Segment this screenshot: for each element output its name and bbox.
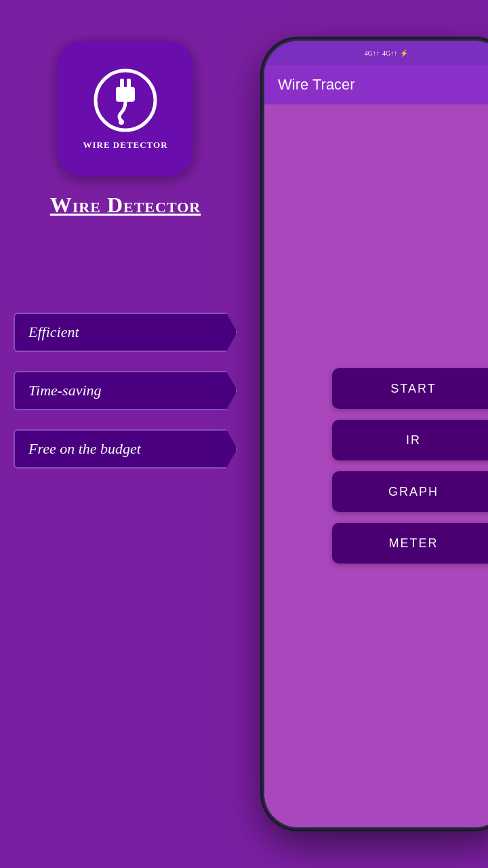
feature-badges-container: Efficient Time-saving Free on the budget <box>0 313 251 469</box>
app-icon-label: Wire Detector <box>83 140 167 151</box>
graph-button[interactable]: GRAPH <box>332 471 488 512</box>
phone-screen: Wire Tracer START IR GRAPH METER <box>264 65 488 827</box>
app-title: Wire Detector <box>50 193 201 218</box>
svg-rect-1 <box>116 87 135 102</box>
svg-rect-3 <box>127 79 131 88</box>
usb-icon: ⚡ <box>400 50 408 57</box>
signal-1: 4G↑↑ <box>365 50 380 57</box>
svg-point-4 <box>119 119 124 125</box>
feature-badge-efficient: Efficient <box>14 313 237 352</box>
phone-mockup: 4G↑↑ 4G↑↑ ⚡ Wire Tracer START IR GRAPH M… <box>264 41 488 827</box>
status-icons: 4G↑↑ 4G↑↑ ⚡ <box>365 50 408 57</box>
feature-badge-timesaving: Time-saving <box>14 371 237 410</box>
meter-button[interactable]: METER <box>332 523 488 564</box>
left-panel: Wire Detector Wire Detector Efficient Ti… <box>0 0 251 868</box>
signal-2: 4G↑↑ <box>382 50 397 57</box>
app-content: START IR GRAPH METER <box>264 104 488 827</box>
svg-rect-2 <box>120 79 124 88</box>
ir-button[interactable]: IR <box>332 420 488 460</box>
app-header: Wire Tracer <box>264 65 488 104</box>
status-bar: 4G↑↑ 4G↑↑ ⚡ <box>264 41 488 65</box>
feature-badge-budget: Free on the budget <box>14 429 237 469</box>
start-button[interactable]: START <box>332 368 488 409</box>
app-header-title: Wire Tracer <box>278 76 355 93</box>
app-icon: Wire Detector <box>58 41 193 176</box>
plug-icon-svg <box>92 66 159 134</box>
